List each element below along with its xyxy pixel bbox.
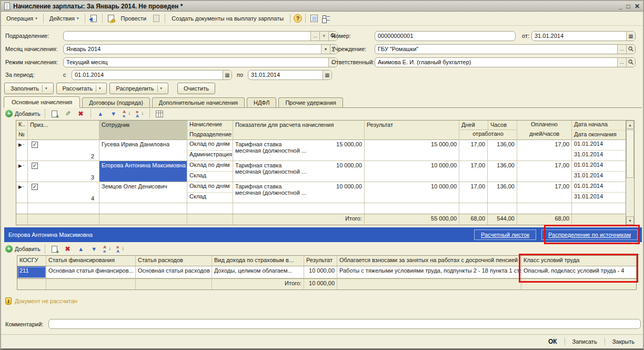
header-department[interactable]: Подразделение xyxy=(187,131,233,140)
table-row[interactable]: ▶→ ✓2 Гусева Ирина Даниловна Оклад по дн… xyxy=(16,140,626,161)
delete-row-button[interactable]: ✖ xyxy=(76,108,86,119)
add-row-button[interactable]: + Добавить xyxy=(5,110,41,117)
cell-result[interactable]: 10 000,00 xyxy=(365,161,459,182)
copy-row-button[interactable] xyxy=(49,108,60,119)
vertical-scrollbar[interactable]: ▲ ▼ xyxy=(626,121,634,225)
number-input[interactable] xyxy=(375,32,515,41)
close-button[interactable]: ✕ xyxy=(635,3,640,9)
cell-result[interactable]: 10 000,00 xyxy=(365,182,459,203)
open-button[interactable] xyxy=(626,58,635,67)
save-post-button[interactable] xyxy=(88,13,99,24)
responsible-input[interactable] xyxy=(375,58,617,67)
cell-paid[interactable]: 17,00 xyxy=(517,182,572,203)
tab-contracts[interactable]: Договоры (подряда) xyxy=(82,97,150,107)
sort-desc-button[interactable]: яА↓ xyxy=(135,108,145,119)
cell-hours[interactable]: 136,00 xyxy=(488,140,517,161)
delete-row-button[interactable]: ✖ xyxy=(63,244,73,254)
cell-expenses[interactable]: Основная статья расходов xyxy=(136,266,212,278)
cell-result[interactable]: 10 000,00 xyxy=(304,266,337,278)
header-num[interactable]: № xyxy=(16,131,27,140)
mode-input[interactable] xyxy=(64,58,328,67)
help-button[interactable]: ? xyxy=(294,14,302,23)
cell-accrual[interactable]: Оклад по дням xyxy=(187,140,233,151)
cell-employee-selected[interactable]: Егорова Антонина Максимовна xyxy=(99,161,187,182)
header-worked[interactable]: отработано xyxy=(459,129,517,140)
edit-row-button[interactable]: ✎ xyxy=(63,108,73,119)
header-financing[interactable]: Статья финансирования xyxy=(46,256,136,266)
move-up-button[interactable]: ▲ xyxy=(95,108,106,119)
comment-input[interactable] xyxy=(49,319,640,328)
doc-date-input[interactable] xyxy=(532,32,626,41)
cell-hours[interactable]: 136,00 xyxy=(488,182,517,203)
create-payout-docs-button[interactable]: Создать документы на выплату зарплаты xyxy=(168,14,287,23)
cell-employee[interactable]: Гусева Ирина Даниловна xyxy=(99,140,187,161)
clear-table-button[interactable]: Очистить xyxy=(177,83,215,94)
sort-desc-button[interactable]: яА↓ xyxy=(115,244,126,254)
header-paid-2[interactable]: дней/часов xyxy=(517,130,571,139)
scrollbar-thumb[interactable] xyxy=(626,129,634,178)
actions-menu[interactable]: Действия ▾ xyxy=(47,14,82,23)
month-dropdown-button[interactable]: ▼ xyxy=(321,45,330,54)
scroll-down-button[interactable]: ▼ xyxy=(626,216,634,225)
cell-date-start[interactable]: 01.01.2014 xyxy=(572,140,626,151)
cell-department[interactable]: Администрация xyxy=(187,151,233,161)
header-kosgu[interactable]: КОСГУ xyxy=(17,256,46,266)
add-row-button[interactable]: + Добавить xyxy=(5,245,41,253)
row-checkbox[interactable]: ✓ xyxy=(32,142,38,148)
cell-hours[interactable]: 136,00 xyxy=(488,161,517,182)
header-days[interactable]: Дней xyxy=(459,121,488,129)
cell-paid[interactable]: 17,00 xyxy=(517,161,572,182)
header-indicators[interactable]: Показатели для расчета начисления xyxy=(233,121,365,140)
header-paid-1[interactable]: Оплачено xyxy=(517,121,571,130)
cell-kosgu[interactable]: 211 xyxy=(17,266,46,278)
close-form-button[interactable]: Закрыть xyxy=(609,337,638,346)
cell-work-conditions-class[interactable]: Опасный, подкласс условий труда - 4 xyxy=(521,266,636,278)
header-date-start[interactable]: Дата начала xyxy=(572,121,626,131)
cell-date-start[interactable]: 01.01.2014 xyxy=(572,182,626,193)
move-down-button[interactable]: ▼ xyxy=(89,244,99,254)
fill-button[interactable]: Заполнить ▾ xyxy=(4,83,54,94)
header-early-pension[interactable]: Облагается взносами за занятых на работа… xyxy=(337,256,521,266)
cell-early-pension[interactable]: Работы с тяжелыми условиями труда, подпу… xyxy=(337,266,521,278)
cell-accrual[interactable]: Оклад по дням xyxy=(187,182,233,193)
sort-asc-button[interactable]: Ая↓ xyxy=(122,108,132,119)
table-row-selected[interactable]: ▶→ ✓3 Егорова Антонина Максимовна Оклад … xyxy=(16,161,626,182)
table-settings-button[interactable] xyxy=(154,108,165,119)
calendar-icon[interactable]: ▦ xyxy=(323,71,331,79)
tab-main-accruals[interactable]: Основные начисления xyxy=(4,96,80,108)
maximize-button[interactable]: □ xyxy=(627,3,630,9)
create-based-on-button[interactable] xyxy=(151,13,162,24)
cell-days[interactable]: 17,00 xyxy=(459,182,488,203)
list-settings-button[interactable] xyxy=(309,13,319,24)
ok-button[interactable]: ОК xyxy=(545,337,560,346)
cell-result[interactable]: 15 000,00 xyxy=(365,140,459,161)
cell-income-type[interactable]: Доходы, целиком облагаем... xyxy=(212,266,304,278)
post-button[interactable]: Провести xyxy=(118,14,150,23)
period-from-input[interactable] xyxy=(72,71,223,79)
scroll-up-button[interactable]: ▲ xyxy=(626,121,634,129)
cell-employee[interactable]: Земцов Олег Денисович xyxy=(99,182,187,203)
select-button[interactable]: ... xyxy=(617,45,626,54)
clear-button[interactable]: × xyxy=(319,32,328,41)
header-work-conditions-class[interactable]: Класс условий труда xyxy=(521,256,636,266)
move-down-button[interactable]: ▼ xyxy=(108,108,119,119)
copy-row-button[interactable] xyxy=(49,244,60,254)
row-checkbox[interactable]: ✓ xyxy=(32,163,38,169)
cell-department[interactable]: Склад xyxy=(187,172,233,182)
header-priz[interactable]: Приз... xyxy=(28,121,99,140)
distribute-button[interactable]: Распределить ▾ xyxy=(109,83,168,94)
table-row[interactable]: ▶→ ✓4 Земцов Олег Денисович Оклад по дня… xyxy=(16,182,626,203)
header-date-end[interactable]: Дата окончания xyxy=(572,131,626,140)
cell-financing[interactable]: Основная статья финансиров... xyxy=(46,266,136,278)
select-button[interactable]: ... xyxy=(617,58,626,67)
calendar-icon[interactable]: ▦ xyxy=(626,32,635,41)
columns-settings-button[interactable] xyxy=(321,13,331,24)
distribution-by-sources-button[interactable]: Распределение по источникам xyxy=(541,229,638,240)
tab-ndfl[interactable]: НДФЛ xyxy=(247,97,276,107)
tab-additional-accruals[interactable]: Дополнительные начисления xyxy=(152,97,245,107)
calendar-icon[interactable]: ▦ xyxy=(223,71,232,79)
open-button[interactable] xyxy=(626,45,635,54)
month-input[interactable] xyxy=(64,45,321,54)
select-button[interactable]: ... xyxy=(310,32,319,41)
header-income-type[interactable]: Вид дохода по страховым в... xyxy=(212,256,304,266)
